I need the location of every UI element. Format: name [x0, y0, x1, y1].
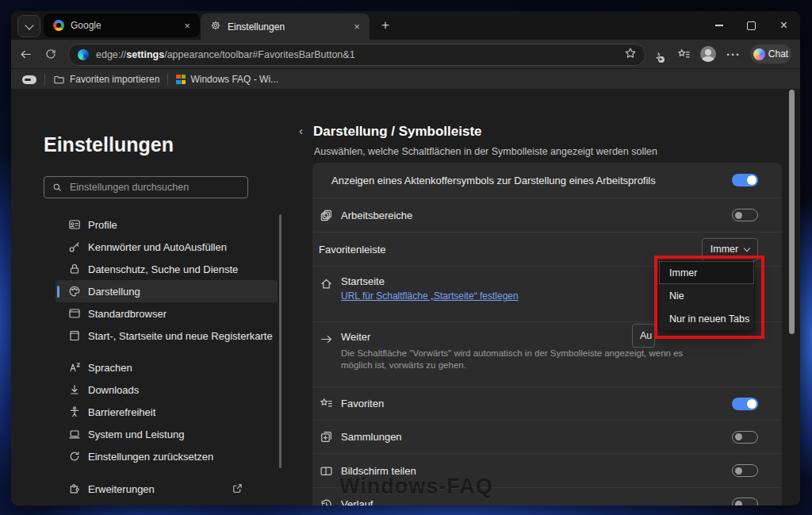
setting-label: Anzeigen eines Aktenkoffersymbols zur Da… — [331, 175, 656, 186]
bookmark-import-favorites[interactable]: Favoriten importieren — [53, 74, 159, 86]
sidebar-item-default-browser[interactable]: Standardbrowser — [56, 302, 278, 325]
maximize-icon[interactable] — [735, 11, 768, 40]
tab-strip: Google Einstellungen — [11, 11, 800, 40]
sidebar-item-label: Erweiterungen — [88, 483, 155, 495]
sidebar-item-label: Downloads — [88, 384, 139, 396]
page-title: Einstellungen — [44, 133, 174, 156]
tab-close-icon[interactable] — [350, 21, 363, 33]
toggle-on[interactable] — [732, 174, 758, 186]
sidebar-item-languages[interactable]: Sprachen — [56, 356, 278, 379]
ellipsis-icon — [726, 48, 741, 61]
content-subtitle: Auswählen, welche Schaltflächen in der S… — [314, 146, 657, 157]
tab-title: Google — [71, 20, 181, 31]
url-text: edge://settings/appearance/toolbar#Favor… — [96, 49, 355, 60]
accessibility-icon — [68, 405, 81, 418]
refresh-button[interactable] — [41, 44, 60, 63]
setting-description: Die Schaltfläche "Vorwärts" wird automat… — [341, 348, 698, 371]
setting-label: Sammlungen — [341, 431, 402, 443]
sidebar-item-label: Kennwörter und AutoAusfüllen — [88, 241, 227, 253]
divider — [44, 74, 45, 85]
back-chevron-icon[interactable] — [299, 124, 303, 137]
tab-google[interactable]: Google — [44, 13, 200, 37]
search-icon — [52, 182, 63, 193]
sidebar-item-label: Darstellung — [88, 286, 140, 298]
toggle-off[interactable] — [732, 464, 758, 477]
reset-icon — [68, 450, 81, 463]
bookmark-label: Favoriten importieren — [70, 74, 159, 85]
home-url-link[interactable]: URL für Schaltfläche „Startseite“ festle… — [341, 290, 519, 302]
favorites-star-icon — [319, 397, 333, 410]
workspaces-icon — [319, 209, 333, 222]
home-icon — [319, 277, 333, 290]
sidebar-item-privacy[interactable]: Datenschutz, Suche und Dienste — [56, 258, 278, 280]
folder-icon — [53, 74, 65, 86]
refresh-icon — [44, 48, 57, 60]
setting-row-collections: Sammlungen — [312, 420, 782, 453]
history-clock-icon — [319, 498, 333, 506]
sidebar-item-start-home-newtab[interactable]: Start-, Startseite und neue Registerkart… — [56, 325, 278, 347]
language-icon — [68, 361, 81, 374]
toggle-off[interactable] — [732, 209, 758, 221]
sidebar-item-label: Standardbrowser — [88, 308, 167, 320]
setting-label: Weiter — [341, 331, 370, 343]
sidebar-item-appearance[interactable]: Darstellung — [56, 280, 278, 302]
more-menu-button[interactable] — [724, 44, 743, 63]
setting-label: Favoriten — [341, 398, 384, 409]
external-link-icon — [232, 482, 243, 497]
chat-label: Chat — [768, 48, 788, 60]
lock-icon — [68, 263, 81, 275]
search-input[interactable] — [68, 181, 230, 194]
sidebar-item-label: Start-, Startseite und neue Registerkart… — [88, 330, 273, 342]
new-tab-button[interactable] — [377, 17, 394, 34]
content-title: Darstellung / Symbolleiste — [313, 124, 482, 140]
sidebar-scrollbar[interactable] — [279, 214, 282, 468]
settings-nav: Profile Kennwörter und AutoAusfüllen Dat… — [56, 213, 278, 467]
chevron-down-icon — [744, 245, 750, 252]
address-bar[interactable]: edge://settings/appearance/toolbar#Favor… — [68, 44, 645, 66]
back-button[interactable] — [16, 44, 35, 63]
windows-logo-icon — [176, 75, 186, 84]
tab-title: Einstellungen — [228, 21, 350, 33]
tab-close-icon[interactable] — [181, 19, 193, 32]
arrow-left-icon — [19, 48, 33, 61]
sidebar-item-label: Barrierefreiheit — [88, 406, 155, 418]
sidebar-item-label: Datenschutz, Suche und Dienste — [88, 263, 238, 275]
google-favicon-icon — [53, 20, 64, 31]
sidebar-item-extensions[interactable]: Erweiterungen — [56, 478, 290, 500]
sidebar-item-system[interactable]: System und Leistung — [56, 423, 278, 445]
watermark: Windows-FAQ — [339, 475, 493, 499]
tab-search-button[interactable] — [17, 15, 40, 37]
setting-row-workspaces: Arbeitsbereiche — [312, 198, 782, 232]
chevron-down-icon — [25, 21, 33, 29]
toggle-off[interactable] — [732, 498, 758, 505]
music-note-icon — [655, 48, 661, 60]
setting-row-briefcase: Anzeigen eines Aktenkoffersymbols zur Da… — [312, 163, 782, 198]
sidebar-item-reset[interactable]: Einstellungen zurücksetzen — [56, 445, 278, 467]
settings-search-box[interactable] — [44, 176, 248, 198]
sidebar-item-label: Profile — [88, 219, 117, 231]
chat-button[interactable]: Chat — [750, 44, 791, 63]
favorites-hub-icon[interactable] — [674, 44, 693, 63]
sidebar-item-profile[interactable]: Profile — [56, 213, 278, 236]
dropdown-value: Immer — [710, 244, 738, 255]
favorite-star-icon[interactable] — [624, 47, 637, 63]
toggle-off[interactable] — [732, 431, 758, 444]
forward-dropdown-partial[interactable]: Au — [632, 324, 655, 348]
avatar-icon — [700, 46, 716, 62]
close-icon[interactable] — [768, 11, 800, 40]
toggle-on[interactable] — [732, 398, 758, 410]
bookmark-windows-faq[interactable]: Windows FAQ - Wi... — [176, 74, 278, 85]
browser-window-icon — [68, 307, 81, 320]
key-icon — [68, 240, 81, 253]
page-icon — [68, 329, 81, 342]
minimize-icon[interactable] — [703, 11, 735, 40]
tab-einstellungen[interactable]: Einstellungen — [201, 13, 370, 40]
pill-icon[interactable] — [22, 75, 36, 84]
media-controls-icon[interactable] — [649, 44, 668, 63]
sidebar-item-passwords[interactable]: Kennwörter und AutoAusfüllen — [56, 236, 278, 258]
sidebar-item-downloads[interactable]: Downloads — [56, 379, 278, 401]
screen-share-icon — [319, 464, 333, 478]
sidebar-item-accessibility[interactable]: Barrierefreiheit — [56, 401, 278, 423]
profile-avatar[interactable] — [699, 44, 718, 63]
page-scrollbar[interactable] — [789, 90, 795, 334]
